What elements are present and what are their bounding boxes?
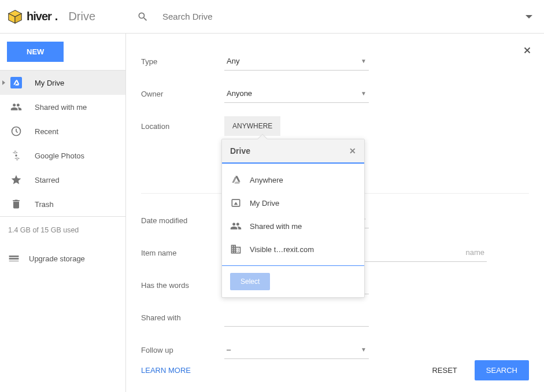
- row-shared-with: Shared with: [141, 301, 529, 334]
- popover-item-mydrive[interactable]: My Drive: [222, 191, 364, 215]
- location-chip[interactable]: ANYWHERE: [224, 116, 280, 136]
- brand-text: hiver: [27, 10, 51, 23]
- dropdown-icon[interactable]: [526, 13, 532, 20]
- type-dropdown[interactable]: Any ▼: [224, 52, 369, 71]
- nav-label: Shared with me: [35, 103, 87, 112]
- sidebar-item-shared[interactable]: Shared with me: [0, 95, 125, 119]
- type-value: Any: [227, 57, 239, 65]
- search-button[interactable]: SEARCH: [475, 360, 529, 380]
- star-icon: [10, 174, 22, 186]
- popover-list: Anywhere My Drive Shared with me Visible…: [222, 164, 364, 265]
- people-icon: [230, 220, 242, 232]
- popover-title: Drive: [230, 146, 250, 156]
- popover-item-label: Visible t…rexit.com: [250, 245, 314, 254]
- row-owner: Owner Anyone ▼: [141, 77, 529, 110]
- header: hiver. Drive: [0, 0, 544, 34]
- svg-marker-5: [15, 84, 19, 85]
- location-label: Location: [141, 122, 224, 131]
- item-name-label: Item name: [141, 249, 224, 257]
- app-title: Drive: [68, 10, 95, 23]
- nav-label: My Drive: [35, 79, 64, 87]
- chevron-down-icon: ▼: [361, 58, 367, 64]
- svg-rect-10: [9, 258, 19, 260]
- search-input[interactable]: [162, 12, 526, 21]
- sidebar-item-my-drive[interactable]: My Drive: [0, 71, 125, 95]
- nav-label: Trash: [35, 200, 54, 209]
- svg-marker-15: [234, 202, 238, 205]
- shared-with-input[interactable]: [224, 308, 369, 327]
- svg-marker-13: [235, 176, 240, 182]
- close-icon[interactable]: ✕: [349, 146, 356, 156]
- people-icon: [10, 101, 22, 113]
- popover-footer: Select: [222, 265, 364, 297]
- storage-info: 1.4 GB of 15 GB used: [0, 217, 125, 243]
- chevron-down-icon: ▼: [361, 90, 367, 97]
- has-words-label: Has the words: [141, 281, 224, 290]
- storage-icon: [8, 253, 20, 264]
- search-icon: [137, 11, 149, 23]
- photos-icon: [10, 150, 22, 161]
- hiver-icon: [7, 9, 23, 25]
- drive-triangle-icon: [230, 174, 242, 186]
- search-bar[interactable]: [125, 0, 544, 33]
- sidebar-item-recent[interactable]: Recent: [0, 119, 125, 143]
- nav-label: Starred: [35, 176, 60, 184]
- hiver-logo[interactable]: hiver.: [7, 9, 58, 25]
- upgrade-label: Upgrade storage: [29, 254, 85, 263]
- owner-dropdown[interactable]: Anyone ▼: [224, 84, 369, 103]
- svg-marker-3: [526, 15, 532, 19]
- sidebar-nav: My Drive Shared with me Recent Google Ph…: [0, 70, 125, 217]
- sidebar-item-photos[interactable]: Google Photos: [0, 143, 125, 168]
- location-popover: Drive ✕ Anywhere My Drive Shared with me: [221, 139, 365, 298]
- learn-more-link[interactable]: LEARN MORE: [141, 366, 191, 375]
- logo-section: hiver. Drive: [0, 9, 125, 25]
- new-button[interactable]: NEW: [7, 42, 64, 62]
- close-icon[interactable]: [522, 45, 532, 58]
- popover-item-shared[interactable]: Shared with me: [222, 215, 364, 238]
- reset-button[interactable]: RESET: [432, 366, 457, 375]
- mydrive-icon: [230, 197, 242, 209]
- type-label: Type: [141, 57, 224, 66]
- row-location: Location ANYWHERE: [141, 110, 529, 142]
- owner-value: Anyone: [227, 89, 252, 98]
- svg-marker-12: [235, 182, 240, 183]
- svg-rect-9: [9, 256, 19, 257]
- sidebar: NEW My Drive Shared with me Recent Googl…: [0, 34, 125, 392]
- popover-header: Drive ✕: [222, 139, 364, 164]
- sidebar-item-trash[interactable]: Trash: [0, 192, 125, 216]
- sidebar-item-starred[interactable]: Starred: [0, 168, 125, 192]
- popover-item-label: Anywhere: [250, 176, 283, 184]
- drive-icon: [10, 77, 22, 88]
- select-button[interactable]: Select: [230, 273, 270, 290]
- nav-label: Recent: [35, 127, 58, 136]
- shared-with-label: Shared with: [141, 313, 224, 322]
- owner-label: Owner: [141, 90, 224, 98]
- popover-item-anywhere[interactable]: Anywhere: [222, 168, 364, 191]
- svg-point-8: [15, 154, 17, 156]
- domain-icon: [230, 243, 242, 255]
- nav-label: Google Photos: [35, 151, 84, 160]
- upgrade-storage[interactable]: Upgrade storage: [0, 243, 125, 273]
- clock-icon: [10, 125, 22, 137]
- popover-item-label: Shared with me: [250, 222, 302, 231]
- popover-item-label: My Drive: [250, 199, 279, 208]
- svg-marker-6: [16, 80, 19, 84]
- trash-icon: [10, 198, 22, 210]
- date-modified-label: Date modified: [141, 216, 224, 225]
- row-type: Type Any ▼: [141, 45, 529, 77]
- popover-item-domain[interactable]: Visible t…rexit.com: [222, 238, 364, 261]
- footer-bar: LEARN MORE RESET SEARCH: [126, 349, 544, 392]
